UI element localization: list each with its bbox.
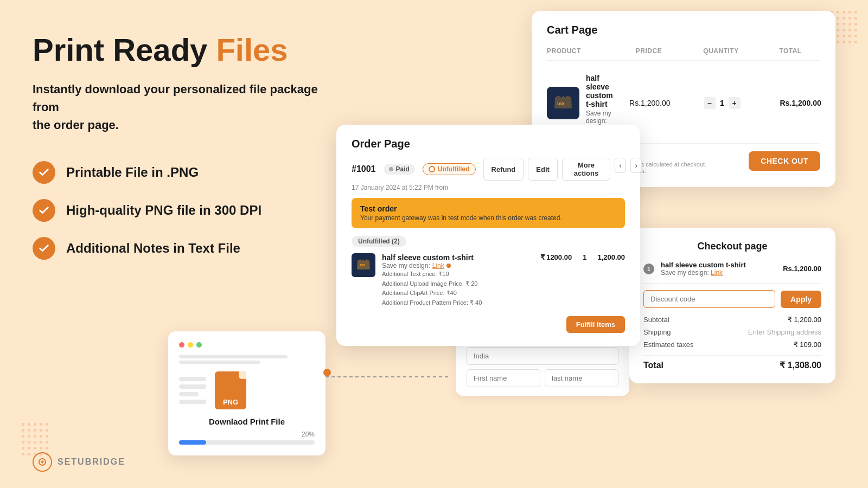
order-item-row: 100 half sleeve custom t-shirt Save my d… <box>352 253 625 307</box>
checkout-qty-badge: 1 <box>643 264 654 274</box>
progress-label: 20% <box>179 431 315 438</box>
last-name-input[interactable] <box>545 369 618 387</box>
shipping-value: Enter Shipping address <box>748 328 821 336</box>
extra-clipart-price: Additional ClipArt Price: ₹40 <box>382 288 534 298</box>
checkout-page-card: Checkout page 1 half sleeve custom t-shi… <box>629 228 835 383</box>
order-header-row: #1001 Paid Unfulfilled Refund Edit More … <box>352 158 625 181</box>
left-section: Print Ready Files Instantly download you… <box>33 33 358 260</box>
feature-text-png: Printable File in .PNG <box>66 165 199 180</box>
checkout-design-link[interactable]: Link <box>711 269 723 277</box>
country-input[interactable] <box>467 347 618 365</box>
feature-item-notes: Additional Notes in Text File <box>33 237 358 260</box>
unfulfilled-badge: Unfulfilled (2) <box>352 236 406 247</box>
checkout-item-info: half sleeve custom t-shirt Save my desig… <box>661 261 776 277</box>
taxes-label: Estimated taxes <box>643 341 694 349</box>
fulfill-button[interactable]: Fulfill items <box>566 316 625 333</box>
extra-pattern-price: Additional Product Pattern Price: ₹ 40 <box>382 298 534 308</box>
card-skeleton-lines <box>179 355 315 364</box>
order-page-title: Order Page <box>352 138 625 150</box>
subtotal-value: ₹ 1,200.00 <box>788 316 821 324</box>
cart-footer-right: CHECK OUT <box>749 151 820 171</box>
col-price: PRIDCE <box>616 47 681 55</box>
feature-text-hq: High-quality PNG file in 300 DPI <box>66 203 261 218</box>
progress-bar-fill <box>179 440 206 445</box>
features-list: Printable File in .PNG High-quality PNG … <box>33 161 358 260</box>
logo-bottom: SETUBRIDGE <box>33 452 125 472</box>
logo-icon <box>33 452 52 472</box>
order-item-qty: 1 <box>583 253 586 261</box>
cart-table-header: PRODUCT PRIDCE QUANTITY TOTAL <box>547 47 820 61</box>
cart-product-name: half sleeve custom t-shirt <box>586 74 613 108</box>
cart-price: Rs.1,200.00 <box>617 99 682 107</box>
cart-total: Rs.1,200.00 <box>762 99 821 107</box>
order-item-line-total: 1,200.00 <box>597 253 625 261</box>
cart-quantity: − 1 + <box>687 97 757 109</box>
download-card: PNG Downlaod Print File 20% <box>168 331 326 455</box>
card-left-lines <box>179 377 206 404</box>
subtotal-label: Subtotal <box>643 316 669 324</box>
order-item-price: ₹ 1200.00 <box>540 253 572 261</box>
taxes-row: Estimated taxes ₹ 109.00 <box>643 341 821 349</box>
more-actions-button[interactable]: More actions <box>562 158 610 181</box>
nav-next-button[interactable]: › <box>630 158 642 173</box>
order-item-extras: Additional Text price: ₹10 Additional Up… <box>382 269 534 307</box>
order-design-link[interactable]: Link <box>432 262 444 269</box>
card-window-dots <box>179 342 315 348</box>
first-name-input[interactable] <box>467 369 540 387</box>
cart-product-image: 100 <box>547 87 579 119</box>
title-orange: Files <box>216 32 288 67</box>
subtotal-row: Subtotal ₹ 1,200.00 <box>643 316 821 324</box>
cart-product: 100 half sleeve custom t-shirt Save my d… <box>547 74 613 132</box>
order-item-details: half sleeve custom t-shirt Save my desig… <box>382 253 534 307</box>
checkout-item-price: Rs.1,200.00 <box>783 265 821 273</box>
order-actions: Refund Edit More actions ‹ › <box>483 158 642 181</box>
cart-product-info: half sleeve custom t-shirt Save my desig… <box>586 74 613 132</box>
checkout-button[interactable]: CHECK OUT <box>749 151 820 171</box>
page-title: Print Ready Files <box>33 33 358 67</box>
feature-text-notes: Additional Notes in Text File <box>66 241 240 256</box>
edit-button[interactable]: Edit <box>528 158 558 181</box>
nav-prev-button[interactable]: ‹ <box>615 158 626 173</box>
shipping-row: Shipping Enter Shipping address <box>643 328 821 336</box>
checkout-item-row: 1 half sleeve custom t-shirt Save my des… <box>643 261 821 284</box>
download-card-title: Downlaod Print File <box>179 417 315 426</box>
feature-item-hq: High-quality PNG file in 300 DPI <box>33 199 358 222</box>
check-icon-notes <box>33 237 55 260</box>
col-total: TOTAL <box>761 47 820 55</box>
svg-text:100: 100 <box>557 101 564 106</box>
col-product: PRODUCT <box>547 47 612 55</box>
extra-text-price: Additional Text price: ₹10 <box>382 269 534 279</box>
checkout-page-title: Checkout page <box>643 241 821 252</box>
name-row <box>467 369 618 387</box>
test-banner-sub: Your payment gateway was in test mode wh… <box>360 214 616 222</box>
order-item-image: 100 <box>352 253 375 277</box>
logo-text: SETUBRIDGE <box>58 457 125 467</box>
progress-bar-bg <box>179 440 315 445</box>
png-label: PNG <box>223 398 238 406</box>
checkout-summary: Subtotal ₹ 1,200.00 Shipping Enter Shipp… <box>643 316 821 370</box>
qty-increase-btn[interactable]: + <box>729 97 741 109</box>
link-dot-indicator <box>446 264 451 268</box>
cart-page-title: Cart Page <box>547 24 820 36</box>
qty-decrease-btn[interactable]: − <box>704 97 716 109</box>
qty-value: 1 <box>720 99 724 107</box>
card-content-area: PNG <box>179 371 315 409</box>
order-item-price-col: ₹ 1200.00 1 1,200.00 <box>540 253 625 261</box>
subtitle: Instantly download your personalized fil… <box>33 80 326 134</box>
refund-button[interactable]: Refund <box>483 158 524 181</box>
checkout-item-link: Save my design: Link <box>661 269 776 277</box>
total-label: Total <box>643 361 663 370</box>
badge-paid: Paid <box>384 164 415 175</box>
discount-code-input[interactable] <box>643 290 775 308</box>
badge-unfulfilled: Unfulfilled <box>423 163 476 175</box>
dot-pattern-bottom-left: (function(){ const dp = document.querySe… <box>22 423 48 455</box>
extra-upload-price: Additional Upload Image Price: ₹ 20 <box>382 279 534 289</box>
total-row: Total ₹ 1,308.00 <box>643 355 821 370</box>
connector-dot <box>323 369 331 376</box>
feature-item-png: Printable File in .PNG <box>33 161 358 184</box>
svg-text:100: 100 <box>360 264 366 267</box>
order-date: 17 January 2024 at 5:22 PM from <box>352 184 625 191</box>
taxes-value: ₹ 109.00 <box>794 341 821 349</box>
check-icon-hq <box>33 199 55 222</box>
apply-button[interactable]: Apply <box>781 291 821 308</box>
